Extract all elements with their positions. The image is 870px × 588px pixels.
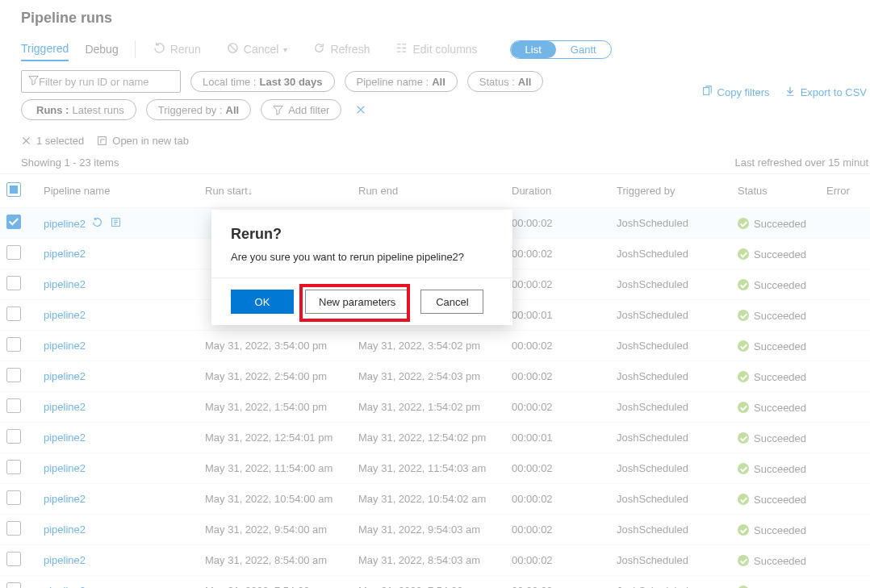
dialog-title: Rerun? <box>231 226 493 243</box>
cancel-dialog-button[interactable]: Cancel <box>420 290 483 314</box>
ok-button[interactable]: OK <box>231 290 294 314</box>
rerun-dialog: Rerun? Are you sure you want to rerun pi… <box>211 210 512 325</box>
new-parameters-button[interactable]: New parameters <box>305 290 409 314</box>
dialog-body: Are you sure you want to rerun pipeline … <box>231 251 493 263</box>
